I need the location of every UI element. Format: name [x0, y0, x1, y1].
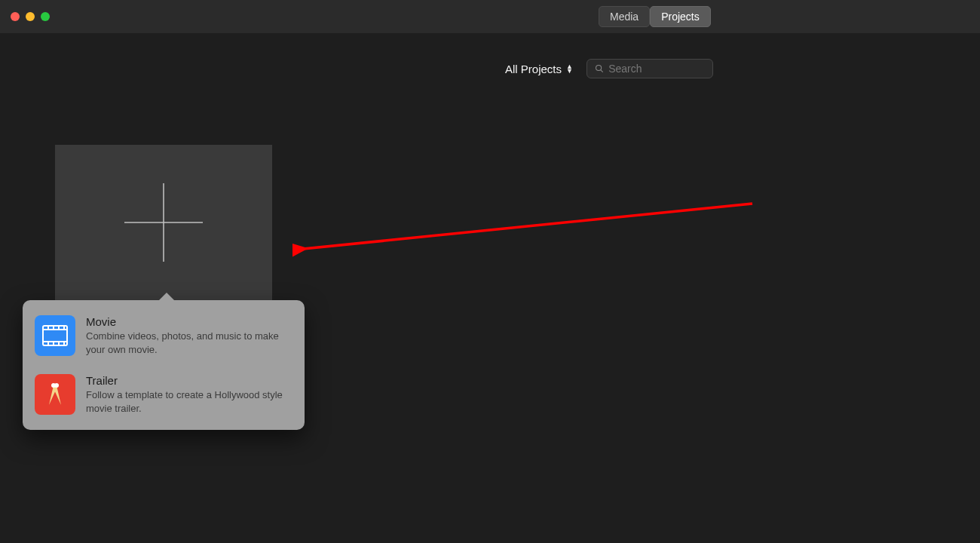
search-icon [595, 63, 604, 74]
projects-filter-label: All Projects [505, 63, 562, 75]
tab-media[interactable]: Media [599, 6, 650, 27]
chevron-updown-icon: ▲▼ [566, 64, 573, 73]
popover-item-desc: Combine videos, photos, and music to mak… [86, 330, 289, 356]
popover-item-title: Trailer [86, 374, 289, 387]
new-project-popover: Movie Combine videos, photos, and music … [23, 300, 305, 430]
tab-projects[interactable]: Projects [650, 6, 711, 27]
search-field[interactable] [586, 59, 713, 78]
annotation-arrow [292, 198, 760, 258]
popover-item-desc: Follow a template to create a Hollywood … [86, 388, 289, 415]
search-input[interactable] [608, 63, 705, 75]
projects-filter-dropdown[interactable]: All Projects ▲▼ [505, 63, 573, 75]
minimize-window-button[interactable] [26, 12, 35, 21]
maximize-window-button[interactable] [41, 12, 50, 21]
svg-line-1 [601, 70, 603, 72]
movie-icon [35, 315, 75, 356]
view-tabs: Media Projects [599, 6, 711, 27]
popover-item-trailer[interactable]: Trailer Follow a template to create a Ho… [33, 371, 291, 418]
projects-toolbar: All Projects ▲▼ [0, 59, 980, 78]
popover-item-text: Trailer Follow a template to create a Ho… [86, 374, 289, 415]
popover-item-text: Movie Combine videos, photos, and music … [86, 315, 289, 356]
svg-point-16 [54, 383, 59, 388]
new-project-tile[interactable] [55, 145, 272, 300]
trailer-icon [35, 374, 75, 415]
popover-item-movie[interactable]: Movie Combine videos, photos, and music … [33, 312, 291, 359]
svg-line-18 [303, 204, 752, 249]
svg-point-0 [596, 65, 601, 70]
popover-item-title: Movie [86, 315, 289, 328]
plus-icon [124, 183, 203, 262]
window-controls [11, 12, 50, 21]
close-window-button[interactable] [11, 12, 20, 21]
titlebar: Media Projects [0, 0, 980, 33]
